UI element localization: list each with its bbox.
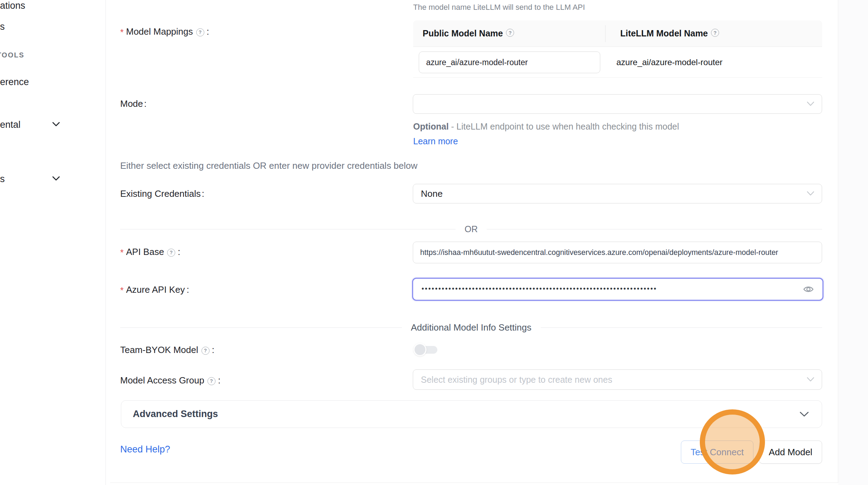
sidebar-item[interactable]: ations: [0, 0, 25, 11]
additional-info-divider: Additional Model Info Settings: [120, 322, 822, 333]
column-divider: [605, 25, 606, 42]
need-help-link[interactable]: Need Help?: [120, 444, 170, 455]
help-icon[interactable]: ?: [167, 249, 175, 257]
help-icon[interactable]: ?: [196, 28, 204, 36]
chevron-down-icon[interactable]: [52, 176, 60, 181]
table-row: azure_ai/azure-model-router: [413, 47, 822, 78]
model-mappings-table: Public Model Name? LiteLLM Model Name? a…: [413, 20, 822, 78]
sidebar-item[interactable]: ental: [0, 119, 21, 130]
sidebar-item[interactable]: s: [0, 174, 5, 185]
api-base-label: *API Base?:: [120, 245, 180, 258]
required-marker: *: [120, 285, 124, 295]
model-access-group-select[interactable]: Select existing groups or type to create…: [413, 369, 822, 390]
help-icon[interactable]: ?: [201, 347, 210, 355]
add-model-button[interactable]: Add Model: [759, 441, 822, 464]
chevron-down-icon: [806, 191, 815, 196]
model-mappings-label: *Model Mappings?:: [120, 25, 209, 38]
help-icon[interactable]: ?: [207, 377, 216, 385]
sidebar-item[interactable]: s: [0, 21, 5, 32]
masked-password-value: ••••••••••••••••••••••••••••••••••••••••…: [422, 285, 803, 293]
credentials-note: Either select existing credentials OR en…: [120, 160, 417, 171]
table-header-row: Public Model Name? LiteLLM Model Name?: [413, 20, 822, 47]
sidebar-section-label: TOOLS: [0, 51, 25, 59]
team-byok-toggle[interactable]: [414, 343, 438, 356]
chevron-down-icon: [806, 377, 815, 382]
page-background: [838, 0, 868, 485]
advanced-settings-title: Advanced Settings: [121, 409, 218, 420]
sidebar: ations s TOOLS erence ental s: [0, 0, 106, 485]
test-connect-button[interactable]: Test Connect: [681, 441, 753, 464]
chevron-down-icon[interactable]: [52, 122, 60, 127]
add-model-form: The model name LiteLLM will send to the …: [106, 0, 868, 485]
api-base-input[interactable]: https://ishaa-mh6uutut-swedencentral.cog…: [413, 242, 822, 263]
eye-icon[interactable]: [803, 285, 814, 294]
learn-more-link[interactable]: Learn more: [413, 136, 458, 146]
or-divider: OR: [120, 224, 822, 234]
column-header-public-model-name: Public Model Name?: [413, 28, 605, 39]
model-access-group-placeholder: Select existing groups or type to create…: [421, 375, 612, 385]
model-access-group-label: Model Access Group?:: [120, 374, 220, 387]
public-model-name-input[interactable]: [419, 51, 600, 73]
required-marker: *: [120, 27, 124, 37]
chevron-down-icon: [799, 411, 809, 417]
card-border: [110, 483, 838, 483]
help-icon[interactable]: ?: [711, 29, 719, 37]
existing-credentials-label: Existing Credentials:: [120, 187, 204, 200]
azure-api-key-input[interactable]: ••••••••••••••••••••••••••••••••••••••••…: [412, 278, 823, 301]
help-icon[interactable]: ?: [506, 29, 514, 37]
mode-helper-text: Optional - LiteLLM endpoint to use when …: [413, 119, 700, 148]
litellm-name-helper-text: The model name LiteLLM will send to the …: [413, 3, 585, 12]
existing-credentials-value: None: [421, 188, 443, 199]
team-byok-label: Team-BYOK Model?:: [120, 344, 214, 356]
column-header-litellm-model-name: LiteLLM Model Name?: [605, 28, 720, 39]
mode-select[interactable]: [413, 94, 822, 114]
sidebar-item[interactable]: erence: [0, 77, 29, 88]
advanced-settings-panel[interactable]: Advanced Settings: [121, 400, 822, 428]
mode-label: Mode:: [120, 97, 146, 110]
litellm-model-name-value: azure_ai/azure-model-router: [611, 47, 723, 78]
existing-credentials-select[interactable]: None: [413, 184, 822, 203]
chevron-down-icon: [806, 102, 815, 107]
required-marker: *: [120, 248, 124, 257]
card-border: [838, 0, 838, 483]
toggle-knob: [414, 343, 426, 356]
azure-api-key-label: *Azure API Key:: [120, 283, 189, 296]
